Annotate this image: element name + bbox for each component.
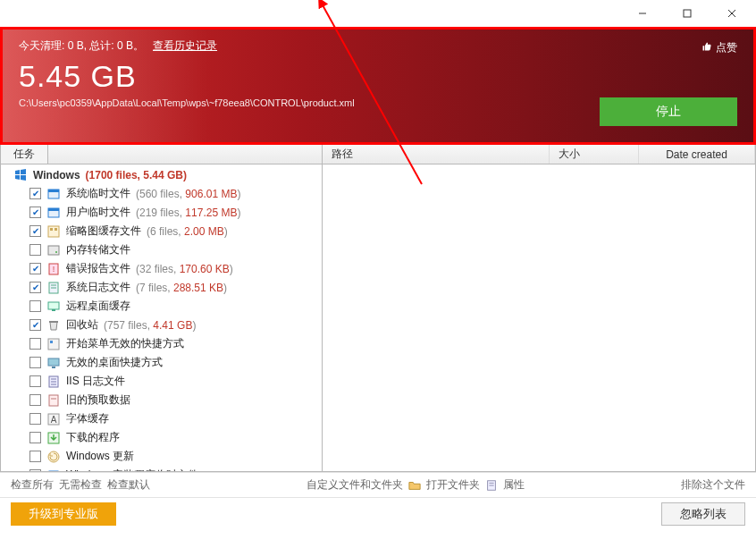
open-folder-link[interactable]: 打开文件夹: [426, 477, 480, 493]
font-icon: A: [46, 412, 61, 426]
checkbox[interactable]: [29, 432, 41, 443]
tree-item[interactable]: ✔!错误报告文件 (32 files, 170.60 KB): [1, 259, 322, 278]
item-name: Windows 更新: [66, 449, 134, 464]
item-meta: (7 files, 288.51 KB): [136, 282, 227, 294]
history-link[interactable]: 查看历史记录: [153, 38, 217, 54]
checkbox[interactable]: ✔: [29, 469, 41, 471]
footer-buttons: 升级到专业版 忽略列表: [0, 497, 756, 529]
content-area: 任务 Windows (1700 files, 5.44 GB) ✔系统临时文件…: [0, 145, 756, 472]
item-meta: (6 files, 2.00 MB): [147, 225, 228, 238]
checkbox[interactable]: [29, 413, 41, 425]
svg-rect-12: [48, 246, 59, 255]
report-icon: !: [46, 262, 61, 276]
checkbox[interactable]: [29, 244, 41, 256]
tree-item[interactable]: ✔用户临时文件 (219 files, 117.25 MB): [1, 203, 322, 222]
tree-item[interactable]: A字体缓存: [1, 409, 322, 428]
svg-rect-22: [48, 339, 59, 350]
disk-icon: [46, 243, 61, 257]
tasks-tree[interactable]: Windows (1700 files, 5.44 GB) ✔系统临时文件 (5…: [1, 164, 322, 471]
tree-item[interactable]: ✔缩略图缓存文件 (6 files, 2.00 MB): [1, 222, 322, 240]
item-name: 错误报告文件: [66, 261, 130, 276]
footer-actions: 检查所有 无需检查 检查默认 自定义文件和文件夹 打开文件夹 属性 排除这个文件: [0, 472, 756, 497]
tree-item[interactable]: ✔系统临时文件 (560 files, 906.01 MB): [1, 184, 322, 203]
item-name: 系统日志文件: [66, 280, 130, 295]
tasks-tab[interactable]: 任务: [1, 145, 48, 164]
check-default-link[interactable]: 检查默认: [107, 477, 150, 493]
checkbox[interactable]: [29, 300, 41, 312]
tree-item[interactable]: Windows 更新: [1, 447, 322, 466]
checkbox[interactable]: [29, 357, 41, 368]
exclude-file-link[interactable]: 排除这个文件: [681, 477, 745, 493]
svg-point-13: [55, 251, 57, 253]
tasks-pane: 任务 Windows (1700 files, 5.44 GB) ✔系统临时文件…: [1, 145, 323, 471]
item-meta: (757 files, 4.41 GB): [104, 319, 196, 332]
svg-rect-30: [49, 395, 58, 406]
tree-item[interactable]: 内存转储文件: [1, 240, 322, 259]
item-name: 开始菜单无效的快捷方式: [66, 336, 184, 351]
item-meta: (119 files, 26.60 MB): [204, 469, 303, 472]
window-icon: [46, 187, 61, 201]
item-name: 下载的程序: [66, 430, 120, 445]
tree-item[interactable]: 远程桌面缓存: [1, 297, 322, 316]
details-pane: 路径 大小 Date created: [323, 145, 755, 471]
checkbox[interactable]: ✔: [29, 207, 41, 218]
ignore-list-button[interactable]: 忽略列表: [661, 502, 745, 526]
tree-item[interactable]: ✔回收站 (757 files, 4.41 GB): [1, 316, 322, 334]
item-meta: (32 files, 170.60 KB): [136, 263, 233, 275]
header: 今天清理: 0 B, 总计: 0 B。 查看历史记录 点赞 5.45 GB C:…: [3, 30, 753, 142]
checkbox[interactable]: ✔: [29, 188, 41, 199]
thumb-up-icon: [701, 41, 712, 55]
svg-text:A: A: [51, 415, 57, 425]
tree-item[interactable]: 旧的预取数据: [1, 391, 322, 409]
col-path[interactable]: 路径: [323, 145, 550, 164]
svg-text:!: !: [53, 265, 55, 274]
item-name: 回收站: [66, 317, 98, 333]
tree-item[interactable]: ✔Windows 安装程序临时文件 (119 files, 26.60 MB): [1, 466, 322, 471]
checkbox[interactable]: [29, 451, 41, 462]
custom-files-link[interactable]: 自定义文件和文件夹: [307, 477, 403, 493]
windows-flag-icon: [13, 168, 28, 182]
minimize-button[interactable]: [624, 3, 661, 24]
checkbox[interactable]: [29, 338, 41, 350]
upgrade-button[interactable]: 升级到专业版: [11, 502, 116, 526]
titlebar: [0, 0, 756, 27]
maximize-button[interactable]: [668, 3, 706, 24]
stop-button[interactable]: 停止: [600, 97, 737, 126]
tree-root-label: Windows: [33, 169, 80, 181]
checkbox[interactable]: ✔: [29, 225, 41, 237]
properties-link[interactable]: 属性: [503, 477, 525, 493]
checkbox[interactable]: [29, 375, 41, 387]
check-all-link[interactable]: 检查所有: [11, 477, 54, 493]
bin-icon: [46, 318, 61, 333]
checkbox[interactable]: ✔: [29, 282, 41, 293]
down-icon: [46, 431, 61, 445]
close-button[interactable]: [713, 3, 751, 24]
col-date[interactable]: Date created: [639, 145, 755, 164]
svg-rect-21: [49, 321, 58, 323]
tree-root-windows[interactable]: Windows (1700 files, 5.44 GB): [1, 166, 322, 184]
tree-item[interactable]: 下载的程序: [1, 428, 322, 447]
tree-item[interactable]: 无效的桌面快捷方式: [1, 353, 322, 372]
like-button[interactable]: 点赞: [701, 40, 737, 55]
properties-icon: [485, 479, 498, 492]
iis-icon: [46, 375, 61, 389]
svg-rect-8: [48, 208, 59, 211]
no-check-link[interactable]: 无需检查: [59, 477, 102, 493]
item-name: 内存转储文件: [66, 242, 130, 257]
scan-total-size: 5.45 GB: [19, 59, 737, 94]
tree-root-meta: (1700 files, 5.44 GB): [86, 169, 187, 181]
svg-rect-10: [50, 228, 53, 231]
item-name: 远程桌面缓存: [66, 299, 130, 314]
checkbox[interactable]: ✔: [29, 319, 41, 331]
tree-item[interactable]: 开始菜单无效的快捷方式: [1, 334, 322, 353]
checkbox[interactable]: [29, 394, 41, 406]
checkbox[interactable]: ✔: [29, 263, 41, 274]
folder-open-icon: [408, 479, 421, 492]
tree-item[interactable]: ✔系统日志文件 (7 files, 288.51 KB): [1, 278, 322, 297]
log-icon: [46, 281, 61, 295]
details-columns: 路径 大小 Date created: [323, 145, 755, 164]
col-size[interactable]: 大小: [550, 145, 639, 164]
desk-icon: [46, 356, 61, 370]
thumb-icon: [46, 224, 61, 239]
tree-item[interactable]: IIS 日志文件: [1, 372, 322, 391]
